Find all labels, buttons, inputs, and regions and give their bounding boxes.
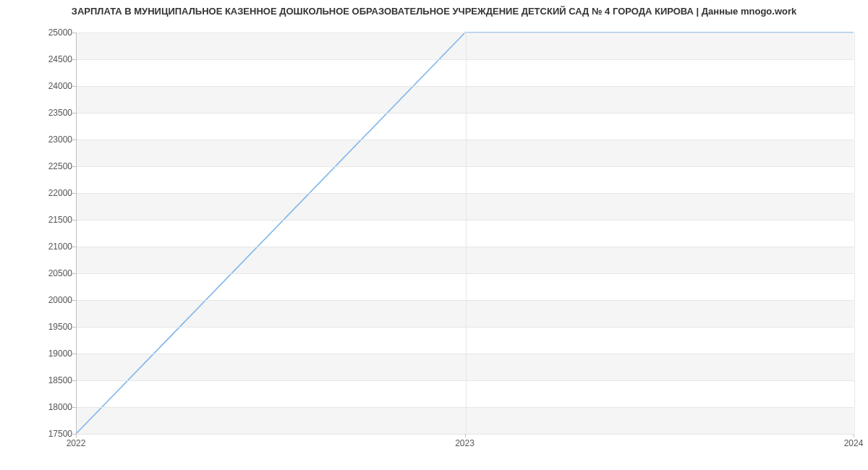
y-tick-mark [72,407,76,408]
y-tick-mark [72,273,76,274]
y-tick-label: 17500 [29,429,72,439]
y-tick-mark [72,327,76,328]
x-tick-label: 2023 [455,438,475,448]
y-tick-mark [72,59,76,60]
y-tick-mark [72,300,76,301]
y-tick-label: 21000 [29,242,72,252]
y-tick-mark [72,140,76,140]
y-tick-mark [72,193,76,194]
y-tick-mark [72,380,76,381]
x-gridline [466,33,467,433]
plot-area [76,33,854,434]
x-tick-label: 2024 [844,438,864,448]
y-tick-mark [72,220,76,221]
y-tick-mark [72,86,76,87]
y-tick-label: 24000 [29,81,72,91]
y-tick-label: 20000 [29,295,72,305]
y-tick-label: 24500 [29,54,72,64]
x-tick-label: 2022 [67,438,86,448]
chart-title: ЗАРПЛАТА В МУНИЦИПАЛЬНОЕ КАЗЕННОЕ ДОШКОЛ… [0,6,868,17]
y-tick-label: 19000 [29,349,72,359]
x-tick-mark [76,434,77,437]
y-tick-label: 21500 [29,215,72,225]
y-tick-label: 22000 [29,188,72,198]
y-tick-label: 23000 [29,134,72,145]
y-tick-mark [72,33,76,33]
y-tick-label: 25000 [29,27,72,38]
y-tick-label: 19500 [29,322,72,332]
y-tick-mark [72,113,76,114]
x-tick-mark [854,434,854,437]
y-tick-mark [72,247,76,247]
chart-container: ЗАРПЛАТА В МУНИЦИПАЛЬНОЕ КАЗЕННОЕ ДОШКОЛ… [0,0,868,470]
y-tick-label: 23500 [29,108,72,118]
y-tick-mark [72,354,76,354]
x-gridline [854,33,855,433]
y-tick-label: 18500 [29,375,72,385]
y-tick-label: 18000 [29,402,72,412]
y-tick-mark [72,166,76,167]
x-tick-mark [465,434,466,437]
y-tick-label: 22500 [29,161,72,171]
y-tick-label: 20500 [29,268,72,278]
